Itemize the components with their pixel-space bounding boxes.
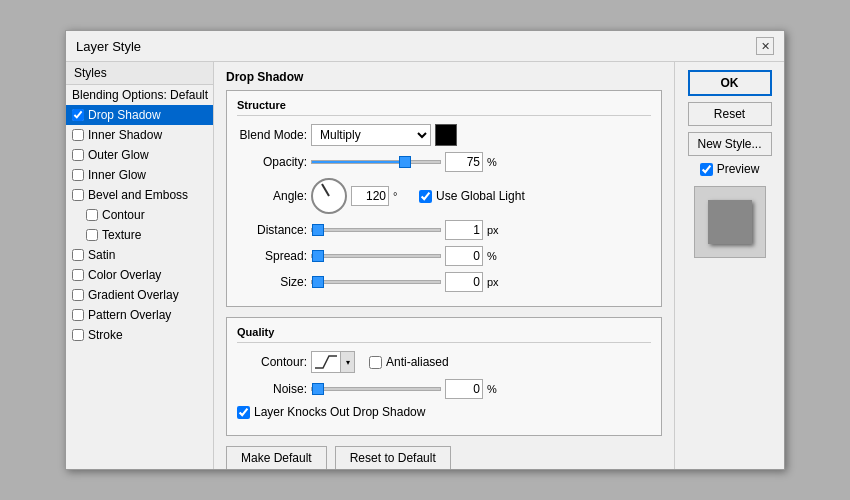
sidebar-item-bevel-emboss[interactable]: Bevel and Emboss [66, 185, 213, 205]
opacity-unit: % [487, 156, 505, 168]
use-global-light-text: Use Global Light [436, 189, 525, 203]
bottom-buttons: Make Default Reset to Default [226, 446, 662, 469]
inner-glow-label: Inner Glow [88, 168, 146, 182]
stroke-checkbox[interactable] [72, 329, 84, 341]
satin-label: Satin [88, 248, 115, 262]
angle-label: Angle: [237, 189, 307, 203]
dialog-body: Styles Blending Options: Default Drop Sh… [66, 62, 784, 469]
sidebar-item-outer-glow[interactable]: Outer Glow [66, 145, 213, 165]
blend-mode-label: Blend Mode: [237, 128, 307, 142]
inner-shadow-label: Inner Shadow [88, 128, 162, 142]
anti-aliased-text: Anti-aliased [386, 355, 449, 369]
color-overlay-checkbox[interactable] [72, 269, 84, 281]
use-global-light-checkbox[interactable] [419, 190, 432, 203]
anti-aliased-label: Anti-aliased [369, 355, 449, 369]
ok-button[interactable]: OK [688, 70, 772, 96]
middle-panel: Drop Shadow Structure Blend Mode: Multip… [214, 62, 674, 469]
contour-row: Contour: ▾ Anti-aliased [237, 351, 651, 373]
angle-input[interactable] [351, 186, 389, 206]
noise-row: Noise: % [237, 379, 651, 399]
inner-glow-checkbox[interactable] [72, 169, 84, 181]
size-slider[interactable] [311, 280, 441, 284]
reset-to-default-button[interactable]: Reset to Default [335, 446, 451, 469]
close-button[interactable]: ✕ [756, 37, 774, 55]
drop-shadow-label: Drop Shadow [88, 108, 161, 122]
spread-input[interactable] [445, 246, 483, 266]
spread-slider[interactable] [311, 254, 441, 258]
preview-inner [708, 200, 752, 244]
preview-label: Preview [700, 162, 760, 176]
size-row: Size: px [237, 272, 651, 292]
structure-title: Structure [237, 99, 651, 116]
gradient-overlay-checkbox[interactable] [72, 289, 84, 301]
sidebar-item-texture[interactable]: Texture [66, 225, 213, 245]
satin-checkbox[interactable] [72, 249, 84, 261]
sidebar-item-inner-shadow[interactable]: Inner Shadow [66, 125, 213, 145]
opacity-slider[interactable] [311, 160, 441, 164]
make-default-button[interactable]: Make Default [226, 446, 327, 469]
contour-label: Contour [102, 208, 145, 222]
distance-label: Distance: [237, 223, 307, 237]
color-overlay-label: Color Overlay [88, 268, 161, 282]
drop-shadow-checkbox[interactable] [72, 109, 84, 121]
opacity-input[interactable] [445, 152, 483, 172]
layer-knocks-text: Layer Knocks Out Drop Shadow [254, 405, 425, 419]
angle-unit: ° [393, 190, 411, 202]
angle-row: Angle: ° Use Global Light [237, 178, 651, 214]
size-unit: px [487, 276, 505, 288]
opacity-row: Opacity: % [237, 152, 651, 172]
gradient-overlay-label: Gradient Overlay [88, 288, 179, 302]
sidebar-item-stroke[interactable]: Stroke [66, 325, 213, 345]
quality-title: Quality [237, 326, 651, 343]
sidebar-item-gradient-overlay[interactable]: Gradient Overlay [66, 285, 213, 305]
shadow-color-swatch[interactable] [435, 124, 457, 146]
preview-text: Preview [717, 162, 760, 176]
contour-checkbox[interactable] [86, 209, 98, 221]
drop-shadow-title: Drop Shadow [226, 70, 662, 84]
outer-glow-checkbox[interactable] [72, 149, 84, 161]
styles-header: Styles [66, 62, 213, 85]
preview-checkbox[interactable] [700, 163, 713, 176]
sidebar-item-color-overlay[interactable]: Color Overlay [66, 265, 213, 285]
left-panel: Styles Blending Options: Default Drop Sh… [66, 62, 214, 469]
anti-aliased-checkbox[interactable] [369, 356, 382, 369]
bevel-emboss-checkbox[interactable] [72, 189, 84, 201]
noise-slider[interactable] [311, 387, 441, 391]
sidebar-item-drop-shadow[interactable]: Drop Shadow [66, 105, 213, 125]
preview-box [694, 186, 766, 258]
contour-dropdown-arrow[interactable]: ▾ [341, 351, 355, 373]
noise-input[interactable] [445, 379, 483, 399]
blend-mode-select[interactable]: Multiply Normal Screen Overlay [311, 124, 431, 146]
spread-unit: % [487, 250, 505, 262]
sidebar-item-blending-options[interactable]: Blending Options: Default [66, 85, 213, 105]
texture-checkbox[interactable] [86, 229, 98, 241]
distance-slider[interactable] [311, 228, 441, 232]
sidebar-item-satin[interactable]: Satin [66, 245, 213, 265]
sidebar-item-inner-glow[interactable]: Inner Glow [66, 165, 213, 185]
distance-unit: px [487, 224, 505, 236]
sidebar-item-contour[interactable]: Contour [66, 205, 213, 225]
title-bar: Layer Style ✕ [66, 31, 784, 62]
bevel-emboss-label: Bevel and Emboss [88, 188, 188, 202]
blending-options-label: Blending Options: Default [72, 88, 208, 102]
inner-shadow-checkbox[interactable] [72, 129, 84, 141]
distance-input[interactable] [445, 220, 483, 240]
blend-mode-row: Blend Mode: Multiply Normal Screen Overl… [237, 124, 651, 146]
angle-dial[interactable] [311, 178, 347, 214]
new-style-button[interactable]: New Style... [688, 132, 772, 156]
pattern-overlay-checkbox[interactable] [72, 309, 84, 321]
reset-button[interactable]: Reset [688, 102, 772, 126]
opacity-label: Opacity: [237, 155, 307, 169]
use-global-light-label: Use Global Light [419, 189, 525, 203]
size-input[interactable] [445, 272, 483, 292]
sidebar-item-pattern-overlay[interactable]: Pattern Overlay [66, 305, 213, 325]
quality-box: Quality Contour: ▾ Anti-alia [226, 317, 662, 436]
pattern-overlay-label: Pattern Overlay [88, 308, 171, 322]
layer-knocks-checkbox[interactable] [237, 406, 250, 419]
layer-knocks-row: Layer Knocks Out Drop Shadow [237, 405, 651, 419]
outer-glow-label: Outer Glow [88, 148, 149, 162]
distance-row: Distance: px [237, 220, 651, 240]
contour-preview[interactable] [311, 351, 341, 373]
spread-row: Spread: % [237, 246, 651, 266]
spread-label: Spread: [237, 249, 307, 263]
